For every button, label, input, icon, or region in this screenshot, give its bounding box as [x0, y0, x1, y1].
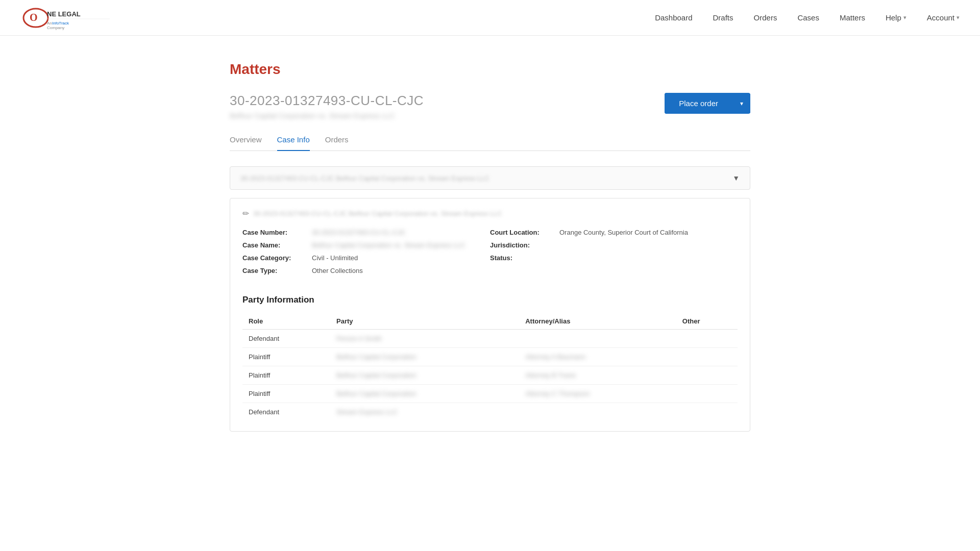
nav-cases[interactable]: Cases [797, 13, 819, 22]
case-number-label: Case Number: [242, 229, 309, 236]
nav-drafts[interactable]: Drafts [713, 13, 733, 22]
party-table: Role Party Attorney/Alias Other Defendan… [242, 313, 738, 421]
place-order-button[interactable]: Place order ▾ [665, 93, 750, 114]
case-details-right: Court Location: Orange County, Superior … [490, 229, 738, 280]
party-attorney: Attorney A Baumann [519, 348, 676, 366]
jurisdiction-label: Jurisdiction: [490, 241, 556, 249]
party-information-title: Party Information [242, 295, 738, 305]
main-content: Matters 30-2023-01327493-CU-CL-CJC Belfo… [209, 36, 771, 452]
status-label: Status: [490, 254, 556, 262]
jurisdiction-row: Jurisdiction: [490, 241, 738, 249]
place-order-dropdown-icon[interactable]: ▾ [733, 94, 750, 113]
main-nav: Dashboard Drafts Orders Cases Matters He… [655, 13, 960, 22]
svg-text:An: An [47, 21, 52, 26]
party-role: Plaintiff [242, 348, 330, 366]
party-name: Belfour Capital Corporation [330, 366, 519, 385]
party-attorney [519, 403, 676, 421]
party-name: Belfour Capital Corporation [330, 385, 519, 403]
accordion-header[interactable]: 30-2023-01327493-CU-CL-CJC Belfour Capit… [230, 166, 750, 190]
col-role: Role [242, 313, 330, 330]
tab-case-info[interactable]: Case Info [277, 135, 310, 151]
case-name-blurred: Belfour Capital Corporation vs. Stream E… [230, 112, 424, 120]
chevron-down-icon: ▼ [732, 174, 740, 182]
accordion-label: 30-2023-01327493-CU-CL-CJC Belfour Capit… [240, 174, 489, 182]
court-location-value: Orange County, Superior Court of Califor… [559, 229, 688, 236]
col-other: Other [676, 313, 738, 330]
party-information-section: Party Information Role Party Attorney/Al… [242, 295, 738, 421]
case-name-row: Case Name: Belfour Capital Corporation v… [242, 241, 490, 249]
tab-orders[interactable]: Orders [325, 135, 349, 151]
case-category-row: Case Category: Civil - Unlimited [242, 254, 490, 262]
status-row: Status: [490, 254, 738, 262]
case-id-block: 30-2023-01327493-CU-CL-CJC Belfour Capit… [230, 93, 424, 120]
case-type-value: Other Collections [312, 267, 363, 274]
tab-overview[interactable]: Overview [230, 135, 262, 151]
case-type-label: Case Type: [242, 267, 309, 274]
case-name-value: Belfour Capital Corporation vs. Stream E… [312, 241, 465, 249]
party-table-header-row: Role Party Attorney/Alias Other [242, 313, 738, 330]
svg-text:InfoTrack: InfoTrack [52, 21, 69, 26]
party-name: Person A Smith [330, 330, 519, 348]
nav-matters[interactable]: Matters [840, 13, 865, 22]
party-other [676, 403, 738, 421]
court-location-label: Court Location: [490, 229, 556, 236]
party-role: Defendant [242, 330, 330, 348]
case-number: 30-2023-01327493-CU-CL-CJC [230, 93, 424, 109]
col-attorney: Attorney/Alias [519, 313, 676, 330]
table-row: PlaintiffBelfour Capital CorporationAtto… [242, 366, 738, 385]
court-location-row: Court Location: Orange County, Superior … [490, 229, 738, 236]
case-type-row: Case Type: Other Collections [242, 267, 490, 274]
col-party: Party [330, 313, 519, 330]
nav-account[interactable]: Account [927, 13, 960, 22]
party-other [676, 330, 738, 348]
party-other [676, 366, 738, 385]
place-order-label: Place order [665, 93, 732, 114]
page-title: Matters [230, 61, 750, 78]
party-attorney: Attorney B Travis [519, 366, 676, 385]
party-role: Defendant [242, 403, 330, 421]
party-other [676, 385, 738, 403]
case-info-card: ✏ 30-2023-01327493-CU-CL-CJC Belfour Cap… [230, 198, 750, 432]
pencil-icon: ✏ [242, 209, 249, 218]
case-number-value: 30-2023-01327493-CU-CL-CJC [312, 229, 406, 236]
nav-orders[interactable]: Orders [754, 13, 777, 22]
party-attorney [519, 330, 676, 348]
case-info-top-label: 30-2023-01327493-CU-CL-CJC Belfour Capit… [253, 210, 502, 217]
tabs: Overview Case Info Orders [230, 135, 750, 151]
case-details-grid: Case Number: 30-2023-01327493-CU-CL-CJC … [242, 229, 738, 280]
party-name: Belfour Capital Corporation [330, 348, 519, 366]
case-name-label: Case Name: [242, 241, 309, 249]
svg-text:NE LEGAL: NE LEGAL [47, 10, 81, 18]
svg-text:Company: Company [47, 26, 64, 30]
case-category-label: Case Category: [242, 254, 309, 262]
party-role: Plaintiff [242, 366, 330, 385]
nav-dashboard[interactable]: Dashboard [655, 13, 692, 22]
table-row: PlaintiffBelfour Capital CorporationAtto… [242, 385, 738, 403]
party-role: Plaintiff [242, 385, 330, 403]
table-row: PlaintiffBelfour Capital CorporationAtto… [242, 348, 738, 366]
party-attorney: Attorney C Thompson [519, 385, 676, 403]
case-number-row: Case Number: 30-2023-01327493-CU-CL-CJC [242, 229, 490, 236]
table-row: DefendantStream Express LLC [242, 403, 738, 421]
one-legal-logo: O NE LEGAL An InfoTrack Company [20, 5, 122, 31]
header: O NE LEGAL An InfoTrack Company Dashboar… [0, 0, 980, 36]
case-info-top: ✏ 30-2023-01327493-CU-CL-CJC Belfour Cap… [242, 209, 738, 218]
case-category-value: Civil - Unlimited [312, 254, 358, 262]
case-details-left: Case Number: 30-2023-01327493-CU-CL-CJC … [242, 229, 490, 280]
party-name: Stream Express LLC [330, 403, 519, 421]
case-header: 30-2023-01327493-CU-CL-CJC Belfour Capit… [230, 93, 750, 120]
party-other [676, 348, 738, 366]
table-row: DefendantPerson A Smith [242, 330, 738, 348]
logo-area: O NE LEGAL An InfoTrack Company [20, 5, 122, 31]
nav-help[interactable]: Help [886, 13, 906, 22]
svg-text:O: O [30, 12, 38, 23]
